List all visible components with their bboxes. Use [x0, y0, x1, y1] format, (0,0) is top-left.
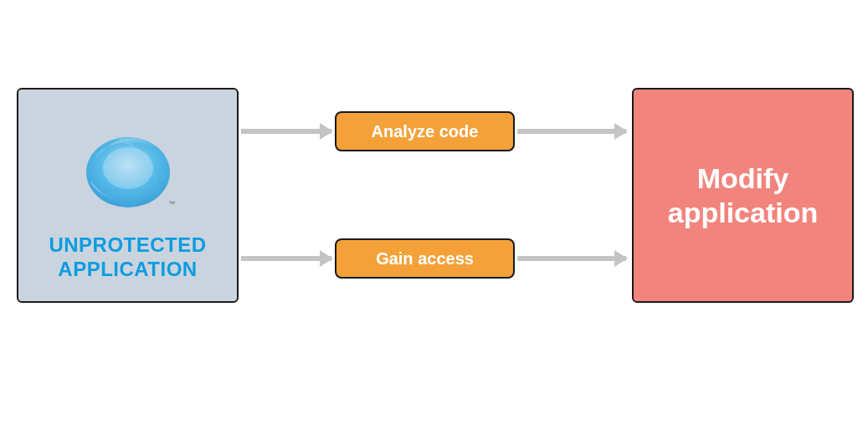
step-analyze-code: Analyze code — [335, 111, 515, 151]
source-unprotected-app: ™ UNPROTECTED APPLICATION — [17, 88, 239, 303]
flow-arrow — [517, 253, 626, 264]
threat-flow-diagram: ™ UNPROTECTED APPLICATION Analyze code G… — [17, 88, 854, 322]
target-label: Modify application — [650, 161, 835, 230]
step-gain-access: Gain access — [335, 238, 515, 279]
source-label: UNPROTECTED APPLICATION — [31, 233, 224, 282]
flow-arrow — [241, 253, 331, 264]
silverlight-logo-icon: ™ — [69, 110, 187, 227]
svg-point-1 — [103, 147, 153, 189]
svg-text:™: ™ — [168, 200, 175, 207]
step-label: Analyze code — [372, 122, 479, 141]
flow-arrow — [517, 125, 626, 137]
target-modify-application: Modify application — [632, 88, 854, 303]
flow-arrow — [241, 125, 331, 137]
step-label: Gain access — [376, 249, 474, 269]
